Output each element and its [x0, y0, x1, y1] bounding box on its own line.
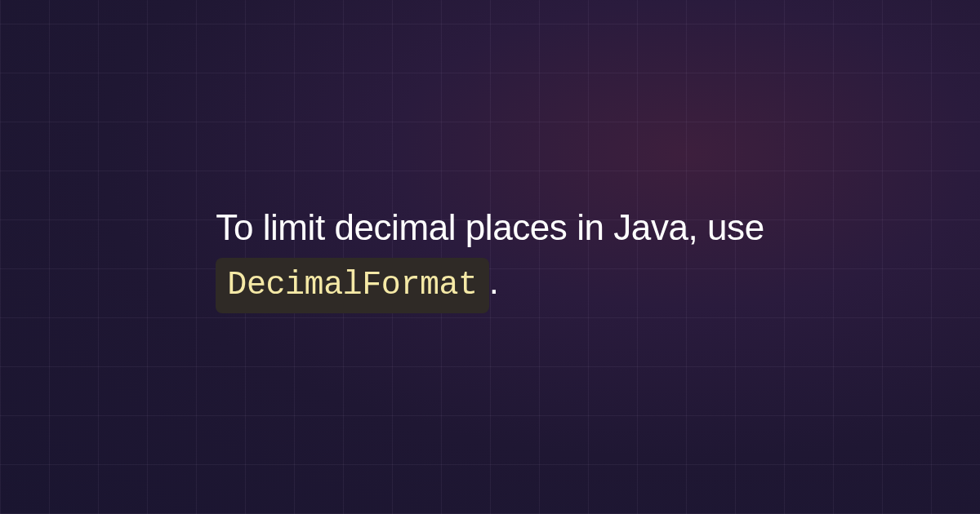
text-after-code: .: [489, 261, 499, 301]
card-container: To limit decimal places in Java, use Dec…: [0, 0, 980, 514]
code-snippet: DecimalFormat: [216, 258, 488, 313]
text-before-code: To limit decimal places in Java, use: [216, 207, 764, 247]
content-block: To limit decimal places in Java, use Dec…: [183, 201, 796, 313]
description-text: To limit decimal places in Java, use Dec…: [216, 201, 764, 313]
